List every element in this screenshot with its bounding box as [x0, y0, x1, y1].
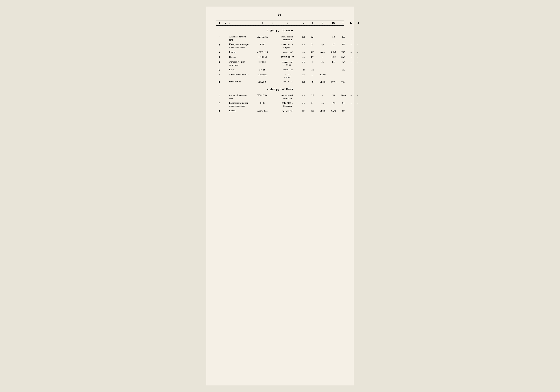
row-col11: 460: [339, 35, 348, 39]
row-unit: шт: [300, 35, 308, 39]
row-col12: –: [348, 68, 354, 71]
row-qty: 24: [308, 43, 317, 46]
row-mark: ЗКИ-12КА: [255, 94, 270, 97]
row-col11: 6000: [339, 94, 348, 97]
row-standard: СМУ ГИС р.Подольск: [275, 43, 300, 49]
row-mark: АВРТ Iх25: [255, 109, 270, 113]
row-col12: –: [348, 73, 354, 76]
section4-title: 4. Для ρк = 40 Ом.м: [216, 85, 344, 93]
row-unit: шт: [300, 102, 308, 105]
header-col-1: I: [216, 21, 223, 24]
row-col12: –: [348, 56, 354, 59]
row-col10: I52: [328, 60, 339, 64]
row-standard: Гост 433-58*: [275, 51, 300, 54]
row-standard: СМУ ГИС р.Подольск: [275, 102, 300, 107]
row-col10: I2,3: [328, 102, 339, 105]
row-col11: –: [339, 73, 348, 76]
header-col-9: 9: [317, 21, 328, 24]
row-col13: –: [354, 60, 361, 64]
header-col-5: 5: [270, 21, 275, 24]
row-col10: 0,24I: [328, 51, 339, 54]
row-mark: ПКЛ-020: [255, 73, 270, 76]
row-col13: –: [354, 80, 361, 84]
section3-rows: I. Анодный заземли-тель ЗКИ-12КА Вильнос…: [216, 35, 344, 84]
row-mark: ПГРП IхI: [255, 56, 270, 59]
row-num: 5.: [216, 60, 223, 64]
row-col12: –: [348, 43, 354, 46]
row-standard: Вильносскийэл.мех.з-д: [275, 94, 300, 100]
row-col12: –: [348, 35, 354, 39]
row-qty: 92: [308, 35, 317, 39]
row-unit: шт: [300, 43, 308, 46]
row-qty: 3I: [308, 102, 317, 105]
row-name: Кабель: [229, 51, 255, 54]
row-col13: –: [354, 73, 361, 76]
row-unit: пм: [300, 51, 308, 54]
header-col-6: 6: [275, 21, 300, 24]
row-col12: –: [348, 94, 354, 97]
row-name: Контрольно-измери-тельная колонка: [229, 43, 255, 49]
row-standard: ТУ МКП2898-55: [275, 73, 300, 79]
header-col-10: IO: [328, 21, 339, 24]
row-col12: –: [348, 80, 354, 84]
row-num: 3.: [216, 51, 223, 54]
header-col-12: I2: [348, 21, 354, 24]
row-col11: 74,5: [339, 51, 348, 54]
table-row: 4. Провод ПГРП IхI ТУ 017-114-65 пм 325 …: [216, 55, 344, 60]
row-qty: I60: [308, 68, 317, 71]
row-qty: 325: [308, 56, 317, 59]
main-table: I 2 3 4 5 6 7 8 9 IO II I2 I3 3. Для ρк …: [216, 20, 344, 114]
row-mark: КИК: [255, 43, 270, 46]
row-col13: –: [354, 94, 361, 97]
row-unit: пм: [300, 109, 308, 113]
row-col13: –: [354, 68, 361, 71]
row-unit: шт: [300, 94, 308, 97]
row-col9: ср: [317, 43, 328, 46]
row-standard: мин.провит3-407-57: [275, 60, 300, 66]
row-col12: –: [348, 60, 354, 64]
row-unit: кт: [300, 68, 308, 71]
row-col10: 0,24I: [328, 109, 339, 113]
row-col9: з.б.: [317, 60, 328, 64]
table-row: 3. Кабель АВРТ Iх25 Гост 433-58* пм 4I0 …: [216, 108, 344, 114]
row-num: 3.: [216, 109, 223, 113]
section3-title: 3. Для ρк = 30 Ом.м: [216, 26, 344, 35]
row-mark: ЗКИ-12КА: [255, 35, 270, 39]
header-col-3: 3: [229, 21, 255, 24]
table-row: 6. Битум БН-IУ Гост 6617-56 кт I60 – – I…: [216, 68, 344, 72]
row-unit: пм: [300, 56, 308, 59]
table-row: I. Анодный заземли-тель ЗКИ-12КА Вильнос…: [216, 35, 344, 42]
row-name: Кабель: [229, 109, 255, 112]
table-row: 2. Контрольно-измери-тельная колонка КИК…: [216, 101, 344, 108]
header-col-4: 4: [255, 21, 270, 24]
row-num: 2.: [216, 43, 223, 47]
row-col12: –: [348, 102, 354, 105]
row-standard: Вильносскийэл.мех.з-д: [275, 35, 300, 41]
row-qty: I2: [308, 73, 317, 76]
row-col9: –: [317, 56, 328, 59]
header-col-8: 8: [308, 21, 317, 24]
row-col13: –: [354, 109, 361, 113]
row-col10: –: [328, 73, 339, 76]
row-mark: ПТ-06-3: [255, 60, 270, 64]
row-num: 7.: [216, 73, 223, 77]
row-name: Анодный заземли-тель: [229, 94, 255, 100]
row-qty: 4I0: [308, 109, 317, 113]
row-standard: Гост 7387-55: [275, 80, 300, 83]
header-col-7: 7: [300, 21, 308, 24]
row-unit: пм: [300, 73, 308, 76]
row-col13: –: [354, 51, 361, 54]
row-num: 6.: [216, 68, 223, 72]
row-col9: алюм.: [317, 109, 328, 113]
row-qty: 310: [308, 51, 317, 54]
header-col-11: II: [339, 21, 348, 24]
row-mark: КИК: [255, 102, 270, 105]
row-col10: 0,026: [328, 56, 339, 59]
row-num: 2.: [216, 102, 223, 105]
row-col9: –: [317, 35, 328, 39]
row-qty: 49: [308, 80, 317, 84]
row-col11: 380: [339, 102, 348, 105]
row-col9: полиэт.: [317, 73, 328, 76]
row-name: Лента изоляционная: [229, 73, 255, 76]
row-col12: –: [348, 51, 354, 54]
